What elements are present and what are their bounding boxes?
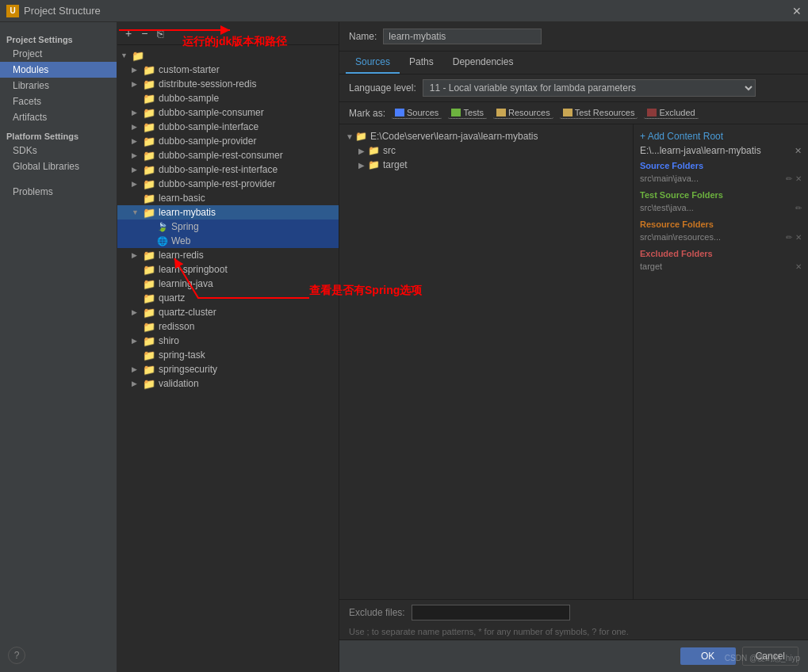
list-item[interactable]: ▶ 📁 dubbo-sample-rest-consumer [117, 148, 339, 162]
list-item[interactable]: 📁 quartz [117, 291, 339, 305]
module-list: ▼ 📁 ▶ 📁 custom-starter ▶ 📁 distribute-se… [117, 45, 339, 672]
list-item[interactable]: ▶ 📁 quartz-cluster [117, 305, 339, 319]
mark-test-resources-label: Test Resources [575, 108, 635, 117]
title-bar: U Project Structure ✕ [0, 0, 808, 22]
add-module-button[interactable]: + [122, 25, 135, 41]
resource-folder-path-text: src\main\resources... [640, 232, 721, 242]
folder-icon: 📁 [143, 121, 155, 132]
mark-excluded-label: Excluded [659, 108, 695, 117]
remove-source-folder-button[interactable]: ✕ [795, 174, 802, 183]
source-folder-actions: ✏ ✕ [786, 174, 802, 183]
resource-folder-actions: ✏ ✕ [786, 233, 802, 242]
chevron-icon: ▶ [132, 337, 143, 345]
folder-icon: 📁 [143, 93, 155, 104]
mark-sources-button[interactable]: Sources [392, 107, 442, 119]
folder-icon: 📁 [143, 136, 155, 147]
sidebar-item-artifacts[interactable]: Artifacts [0, 109, 117, 125]
source-root-item[interactable]: ▼ 📁 E:\Code\server\learn-java\learn-myba… [346, 129, 626, 143]
list-item[interactable]: ▶ 📁 validation [117, 376, 339, 391]
folder-icon: 📁 [143, 378, 155, 389]
list-item-spring[interactable]: 🍃 Spring [117, 220, 339, 234]
tab-dependencies[interactable]: Dependencies [443, 52, 523, 74]
list-item[interactable]: 📁 learn-basic [117, 191, 339, 205]
add-content-root-button[interactable]: + Add Content Root [640, 131, 802, 142]
folder-icon: 📁 [143, 150, 155, 161]
list-item[interactable]: 📁 learning-java [117, 277, 339, 291]
mark-tests-button[interactable]: Tests [448, 107, 487, 119]
spring-icon: 🍃 [157, 222, 168, 232]
exclude-files-input[interactable] [412, 605, 570, 620]
list-item[interactable]: ▼ 📁 [117, 48, 339, 63]
chevron-icon: ▶ [132, 151, 143, 159]
sidebar: Project Settings Project Modules Librari… [0, 22, 117, 672]
list-item[interactable]: ▶ 📁 dubbo-sample-provider [117, 134, 339, 148]
sidebar-item-facets[interactable]: Facets [0, 94, 117, 109]
edit-test-source-folder-button[interactable]: ✏ [795, 204, 802, 212]
folder-icon: 📁 [143, 364, 155, 375]
mark-excluded-button[interactable]: Excluded [644, 107, 698, 119]
sidebar-item-libraries[interactable]: Libraries [0, 78, 117, 94]
mark-test-resources-button[interactable]: Test Resources [560, 107, 638, 119]
copy-module-button[interactable]: ⎘ [154, 25, 167, 41]
platform-settings-header: Platform Settings [0, 128, 117, 143]
list-item-web[interactable]: 🌐 Web [117, 234, 339, 248]
target-folder-item[interactable]: ▶ 📁 target [346, 158, 626, 172]
project-settings-header: Project Settings [0, 32, 117, 46]
source-folder-path-text: src\main\java... [640, 174, 699, 183]
sidebar-item-global-libraries[interactable]: Global Libraries [0, 158, 117, 174]
mark-as-label: Mark as: [349, 108, 385, 119]
source-folders-section: Source Folders src\main\java... ✏ ✕ [640, 161, 802, 184]
sidebar-item-project[interactable]: Project [0, 46, 117, 62]
folder-icon: 📁 [143, 264, 155, 275]
edit-resource-folder-button[interactable]: ✏ [786, 233, 792, 242]
excluded-folder-path-text: target [640, 262, 662, 271]
chevron-icon: ▼ [132, 208, 143, 216]
list-item[interactable]: ▶ 📁 shiro [117, 334, 339, 348]
src-folder-name: src [383, 145, 396, 156]
list-item[interactable]: ▶ 📁 dubbo-sample-rest-provider [117, 177, 339, 191]
list-item[interactable]: ▶ 📁 dubbo-sample-interface [117, 120, 339, 134]
mark-resources-button[interactable]: Resources [493, 107, 553, 119]
chevron-icon: ▶ [132, 137, 143, 145]
list-item[interactable]: 📁 dubbo-sample [117, 91, 339, 105]
list-item[interactable]: ▶ 📁 dubbo-sample-consumer [117, 105, 339, 120]
remove-content-root-button[interactable]: ✕ [795, 146, 802, 156]
list-item[interactable]: 📁 spring-task [117, 348, 339, 362]
help-button[interactable]: ? [8, 647, 25, 664]
chevron-icon: ▶ [358, 147, 368, 155]
tab-sources[interactable]: Sources [346, 52, 400, 74]
source-folders-title: Source Folders [640, 161, 802, 170]
src-folder-item[interactable]: ▶ 📁 src [346, 143, 626, 158]
language-level-label: Language level: [349, 82, 416, 94]
list-item[interactable]: ▶ 📁 distribute-session-redis [117, 77, 339, 91]
list-item[interactable]: 📁 redisson [117, 319, 339, 334]
sidebar-item-sdks[interactable]: SDKs [0, 143, 117, 158]
list-item[interactable]: ▶ 📁 dubbo-sample-rest-interface [117, 162, 339, 177]
content-root-path: E:\...learn-java\learn-mybatis ✕ [640, 145, 802, 156]
mark-as-row: Mark as: Sources Tests Resources Test Re… [339, 102, 808, 124]
excluded-folder-icon [647, 109, 657, 116]
remove-module-button[interactable]: − [138, 25, 151, 41]
list-item-learn-mybatis[interactable]: ▼ 📁 learn-mybatis [117, 205, 339, 220]
language-level-select[interactable]: 11 - Local variable syntax for lambda pa… [423, 79, 756, 97]
folder-icon: 📁 [143, 321, 155, 332]
folder-icon: 📁 [143, 307, 155, 318]
list-item[interactable]: 📁 learn-springboot [117, 262, 339, 277]
list-item[interactable]: ▶ 📁 springsecurity [117, 362, 339, 376]
test-source-folder-path: src\test\java... ✏ [640, 202, 802, 213]
name-input[interactable] [383, 29, 542, 44]
edit-source-folder-button[interactable]: ✏ [786, 174, 792, 183]
tab-paths[interactable]: Paths [400, 52, 443, 74]
remove-resource-folder-button[interactable]: ✕ [795, 233, 802, 242]
chevron-icon: ▼ [346, 132, 355, 141]
remove-excluded-folder-button[interactable]: ✕ [795, 262, 802, 271]
list-item[interactable]: ▶ 📁 learn-redis [117, 248, 339, 262]
test-source-folders-section: Test Source Folders src\test\java... ✏ [640, 190, 802, 213]
folder-icon: 📁 [143, 250, 155, 261]
close-button[interactable]: ✕ [792, 5, 802, 17]
sidebar-item-modules[interactable]: Modules [0, 62, 117, 78]
list-item[interactable]: ▶ 📁 custom-starter [117, 63, 339, 77]
chevron-icon: ▶ [132, 109, 143, 116]
sidebar-item-problems[interactable]: Problems [0, 184, 117, 200]
folder-icon: 📁 [143, 164, 155, 175]
